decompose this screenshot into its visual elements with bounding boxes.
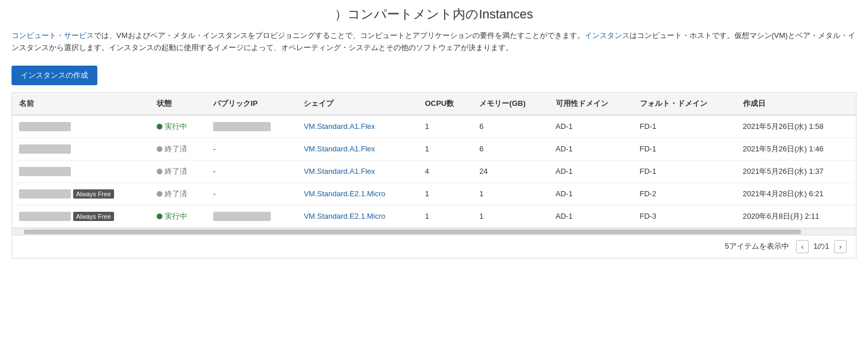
- table-row: Always Free実行中VM.Standard.E2.1.Micro11AD…: [12, 205, 856, 227]
- cell-created: 2021年4月28日(水) 6:21: [736, 182, 856, 205]
- description: コンピュート・サービスでは、VMおよびベア・メタル・インスタンスをプロビジョニン…: [12, 30, 856, 54]
- col-public-ip: パブリックIP: [206, 93, 297, 115]
- cell-status: 実行中: [150, 205, 206, 227]
- cell-shape: VM.Standard.E2.1.Micro: [297, 205, 418, 227]
- status-label: 実行中: [165, 121, 187, 132]
- cell-fd: FD-1: [633, 138, 736, 160]
- redacted-name: [19, 212, 71, 221]
- col-name: 名前: [12, 93, 150, 115]
- cell-ocpu: 1: [418, 115, 473, 138]
- running-dot: [157, 124, 162, 129]
- cell-ad: AD-1: [549, 138, 633, 160]
- instances-table-wrapper: 名前 状態 パブリックIP シェイプ OCPU数 メモリー(GB) 可用性ドメイ…: [12, 92, 856, 258]
- col-status: 状態: [150, 93, 206, 115]
- cell-name: Always Free: [12, 205, 150, 227]
- table-header-row: 名前 状態 パブリックIP シェイプ OCPU数 メモリー(GB) 可用性ドメイ…: [12, 93, 856, 115]
- redacted-ip: [213, 122, 271, 131]
- col-ocpu: OCPU数: [418, 93, 473, 115]
- cell-ocpu: 1: [418, 182, 473, 205]
- col-ad: 可用性ドメイン: [549, 93, 633, 115]
- status-label: 終了済: [165, 189, 187, 199]
- instance-link[interactable]: インスタンス: [585, 31, 630, 40]
- cell-fd: FD-1: [633, 160, 736, 182]
- col-created: 作成日: [736, 93, 856, 115]
- create-instance-button[interactable]: インスタンスの作成: [12, 66, 97, 85]
- status-label: 終了済: [165, 166, 187, 177]
- cell-ad: AD-1: [549, 160, 633, 182]
- prev-page-button[interactable]: ‹: [796, 240, 809, 253]
- shape-link[interactable]: VM.Standard.A1.Flex: [304, 167, 375, 176]
- cell-ad: AD-1: [549, 115, 633, 138]
- cell-status: 終了済: [150, 138, 206, 160]
- running-dot: [157, 214, 162, 219]
- cell-ip: -: [206, 138, 297, 160]
- cell-shape: VM.Standard.A1.Flex: [297, 160, 418, 182]
- cell-fd: FD-2: [633, 182, 736, 205]
- table-row: 実行中VM.Standard.A1.Flex16AD-1FD-12021年5月2…: [12, 115, 856, 138]
- always-free-badge: Always Free: [73, 212, 114, 221]
- cell-memory: 1: [472, 205, 548, 227]
- shape-link[interactable]: VM.Standard.E2.1.Micro: [304, 189, 385, 198]
- cell-ocpu: 1: [418, 205, 473, 227]
- cell-name: [12, 160, 150, 182]
- cell-status: 終了済: [150, 182, 206, 205]
- cell-name: [12, 115, 150, 138]
- cell-name: [12, 138, 150, 160]
- toolbar: インスタンスの作成: [12, 66, 856, 85]
- status-label: 実行中: [165, 211, 187, 222]
- cell-shape: VM.Standard.A1.Flex: [297, 115, 418, 138]
- cell-ocpu: 1: [418, 138, 473, 160]
- instances-table: 名前 状態 パブリックIP シェイプ OCPU数 メモリー(GB) 可用性ドメイ…: [12, 93, 856, 228]
- cell-shape: VM.Standard.E2.1.Micro: [297, 182, 418, 205]
- cell-ip: -: [206, 182, 297, 205]
- scrollbar-thumb: [24, 230, 801, 234]
- redacted-name: [19, 144, 71, 154]
- terminated-dot: [157, 169, 162, 174]
- cell-created: 2020年6月8日(月) 2:11: [736, 205, 856, 227]
- table-footer: 5アイテムを表示中 ‹ 1の1 ›: [12, 235, 856, 258]
- redacted-name: [19, 122, 71, 131]
- cell-ip: -: [206, 160, 297, 182]
- terminated-dot: [157, 146, 162, 152]
- shape-link[interactable]: VM.Standard.E2.1.Micro: [304, 212, 385, 220]
- page-title: ）コンパートメント内のInstances: [12, 6, 856, 23]
- cell-created: 2021年5月26日(水) 1:46: [736, 138, 856, 160]
- table-row: 終了済-VM.Standard.A1.Flex424AD-1FD-12021年5…: [12, 160, 856, 182]
- redacted-ip: [213, 212, 271, 221]
- cell-fd: FD-1: [633, 115, 736, 138]
- compute-service-link[interactable]: コンピュート・サービス: [12, 31, 94, 40]
- redacted-name: [19, 189, 71, 199]
- shape-link[interactable]: VM.Standard.A1.Flex: [304, 122, 375, 131]
- table-row: Always Free終了済-VM.Standard.E2.1.Micro11A…: [12, 182, 856, 205]
- cell-ip: [206, 115, 297, 138]
- cell-ip: [206, 205, 297, 227]
- terminated-dot: [157, 191, 162, 197]
- shape-link[interactable]: VM.Standard.A1.Flex: [304, 144, 375, 153]
- table-row: 終了済-VM.Standard.A1.Flex16AD-1FD-12021年5月…: [12, 138, 856, 160]
- cell-memory: 6: [472, 115, 548, 138]
- items-count: 5アイテムを表示中: [725, 241, 789, 252]
- page-info: 1の1: [813, 241, 829, 252]
- horizontal-scrollbar[interactable]: [12, 228, 856, 235]
- next-page-button[interactable]: ›: [834, 240, 847, 253]
- cell-status: 終了済: [150, 160, 206, 182]
- col-shape: シェイプ: [297, 93, 418, 115]
- pagination: ‹ 1の1 ›: [796, 240, 847, 253]
- cell-status: 実行中: [150, 115, 206, 138]
- cell-fd: FD-3: [633, 205, 736, 227]
- cell-created: 2021年5月26日(水) 1:37: [736, 160, 856, 182]
- cell-ocpu: 4: [418, 160, 473, 182]
- cell-created: 2021年5月26日(水) 1:58: [736, 115, 856, 138]
- always-free-badge: Always Free: [73, 189, 114, 199]
- cell-memory: 6: [472, 138, 548, 160]
- cell-memory: 1: [472, 182, 548, 205]
- status-label: 終了済: [165, 144, 187, 154]
- redacted-name: [19, 167, 71, 176]
- col-fd: フォルト・ドメイン: [633, 93, 736, 115]
- cell-name: Always Free: [12, 182, 150, 205]
- col-memory: メモリー(GB): [472, 93, 548, 115]
- cell-ad: AD-1: [549, 205, 633, 227]
- cell-memory: 24: [472, 160, 548, 182]
- cell-ad: AD-1: [549, 182, 633, 205]
- cell-shape: VM.Standard.A1.Flex: [297, 138, 418, 160]
